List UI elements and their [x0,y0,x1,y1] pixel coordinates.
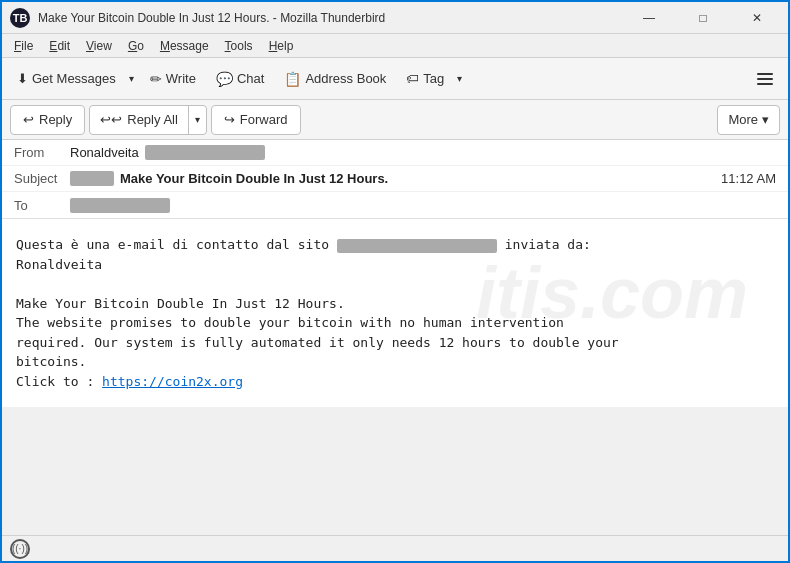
to-row: To [2,192,788,218]
reply-label: Reply [39,112,72,127]
from-email-redacted [145,145,265,160]
address-book-icon: 📋 [284,71,301,87]
reply-icon: ↩ [23,112,34,127]
subject-prefix-redacted [70,171,114,186]
get-messages-label: Get Messages [32,71,116,86]
body-link[interactable]: https://coin2x.org [102,374,243,389]
window-title: Make Your Bitcoin Double In Just 12 Hour… [38,11,626,25]
get-messages-arrow[interactable]: ▾ [125,62,139,96]
subject-row: Subject Make Your Bitcoin Double In Just… [2,166,788,192]
get-messages-dropdown[interactable]: ⬇ Get Messages ▾ [8,62,139,96]
reply-all-label: Reply All [127,112,178,127]
body-line1b: inviata da: [505,237,591,252]
body-line8a: Click to : [16,374,94,389]
menu-file[interactable]: File [6,37,41,55]
body-paragraph-1: Questa è una e-mail di contatto dal sito… [16,235,774,274]
menu-message[interactable]: Message [152,37,217,55]
write-label: Write [166,71,196,86]
from-row: From Ronaldveita [2,140,788,166]
body-line6: required. Our system is fully automated … [16,335,619,350]
reply-all-arrow[interactable]: ▾ [189,106,206,134]
hamburger-line-1 [757,73,773,75]
reply-all-button[interactable]: ↩↩ Reply All [90,106,189,134]
hamburger-line-3 [757,83,773,85]
subject-label: Subject [14,171,70,186]
more-chevron-icon: ▾ [762,112,769,127]
forward-icon: ↪ [224,112,235,127]
email-body: itis.com Questa è una e-mail di contatto… [2,219,788,407]
chat-label: Chat [237,71,264,86]
forward-button[interactable]: ↪ Forward [211,105,301,135]
to-email-redacted [70,198,170,213]
address-book-label: Address Book [305,71,386,86]
get-messages-icon: ⬇ [17,71,28,86]
email-header: From Ronaldveita Subject Make Your Bitco… [2,140,788,219]
address-book-button[interactable]: 📋 Address Book [275,62,395,96]
subject-text: Make Your Bitcoin Double In Just 12 Hour… [120,171,388,186]
connection-status-icon: ((·)) [10,539,30,559]
menu-help[interactable]: Help [261,37,302,55]
to-label: To [14,198,70,213]
maximize-button[interactable]: □ [680,4,726,32]
more-label: More [728,112,758,127]
hamburger-menu-button[interactable] [748,62,782,96]
close-button[interactable]: ✕ [734,4,780,32]
from-name: Ronaldveita [70,145,139,160]
tag-button[interactable]: 🏷 Tag [397,62,453,96]
menu-view[interactable]: View [78,37,120,55]
app-icon: TB [10,8,30,28]
hamburger-line-2 [757,78,773,80]
menu-edit[interactable]: Edit [41,37,78,55]
tag-label: Tag [423,71,444,86]
menu-bar: File Edit View Go Message Tools Help [2,34,788,58]
email-time: 11:12 AM [721,171,776,186]
chat-icon: 💬 [216,71,233,87]
body-line2: Ronaldveita [16,257,102,272]
body-line7: bitcoins. [16,354,86,369]
reply-all-icon: ↩↩ [100,112,122,127]
from-label: From [14,145,70,160]
reply-all-group[interactable]: ↩↩ Reply All ▾ [89,105,207,135]
tag-arrow[interactable]: ▾ [453,62,467,96]
body-redacted-url [337,239,497,253]
tag-dropdown[interactable]: 🏷 Tag ▾ [397,62,467,96]
window-controls: — □ ✕ [626,4,780,32]
body-paragraph-2: Make Your Bitcoin Double In Just 12 Hour… [16,294,774,392]
forward-label: Forward [240,112,288,127]
menu-go[interactable]: Go [120,37,152,55]
get-messages-button[interactable]: ⬇ Get Messages [8,62,125,96]
body-line4: Make Your Bitcoin Double In Just 12 Hour… [16,296,345,311]
main-toolbar: ⬇ Get Messages ▾ ✏ Write 💬 Chat 📋 Addres… [2,58,788,100]
menu-tools[interactable]: Tools [217,37,261,55]
status-bar: ((·)) [2,535,788,561]
write-icon: ✏ [150,71,162,87]
more-button[interactable]: More ▾ [717,105,780,135]
minimize-button[interactable]: — [626,4,672,32]
action-toolbar: ↩ Reply ↩↩ Reply All ▾ ↪ Forward More ▾ [2,100,788,140]
body-line5: The website promises to double your bitc… [16,315,564,330]
title-bar: TB Make Your Bitcoin Double In Just 12 H… [2,2,788,34]
body-line1a: Questa è una e-mail di contatto dal sito [16,237,329,252]
chat-button[interactable]: 💬 Chat [207,62,273,96]
tag-icon: 🏷 [406,71,419,86]
write-button[interactable]: ✏ Write [141,62,205,96]
reply-button[interactable]: ↩ Reply [10,105,85,135]
